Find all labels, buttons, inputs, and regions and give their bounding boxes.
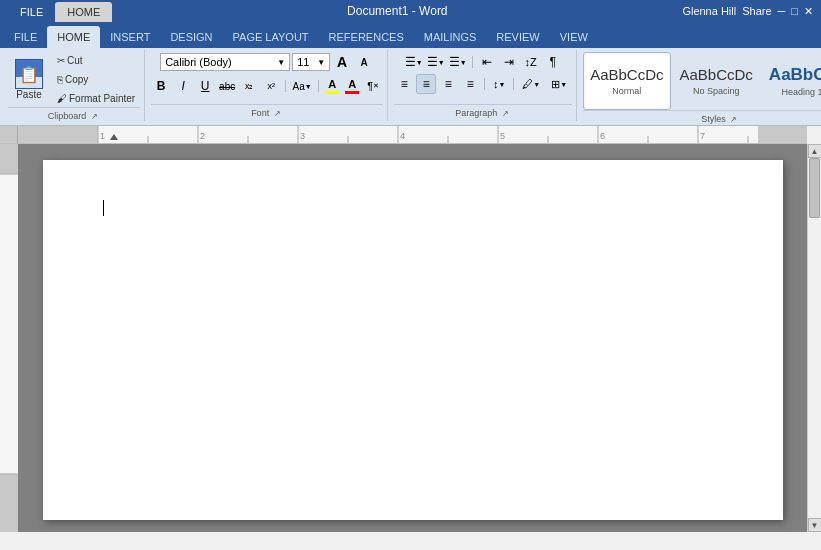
shading-button[interactable]: 🖊▼ <box>518 74 544 94</box>
scrollbar-thumb[interactable] <box>809 158 820 218</box>
ruler-svg: 1 2 3 4 5 6 7 <box>18 126 807 144</box>
scrollbar-track[interactable] <box>808 158 821 518</box>
doc-scroll <box>18 144 807 532</box>
svg-text:5: 5 <box>500 131 505 141</box>
scissors-icon: ✂ <box>57 55 65 66</box>
scroll-down-button[interactable]: ▼ <box>808 518 822 532</box>
underline-button[interactable]: U <box>195 76 215 96</box>
paragraph-group: ☰▼ ☰▼ ☰▼ ⇤ ⇥ ↕Z ¶ ≡ ≡ ≡ ≡ ↕▼ 🖊▼ ⊞▼ <box>390 50 577 121</box>
svg-text:3: 3 <box>300 131 305 141</box>
styles-label: Styles ↗ <box>583 110 821 125</box>
svg-rect-25 <box>0 144 18 174</box>
highlight-color-button[interactable]: A <box>323 76 341 96</box>
tab-view[interactable]: VIEW <box>550 26 598 48</box>
superscript-button[interactable]: x² <box>261 76 281 96</box>
svg-text:1: 1 <box>100 131 105 141</box>
show-marks-button[interactable]: ¶ <box>543 52 563 72</box>
paragraph-content: ☰▼ ☰▼ ☰▼ ⇤ ⇥ ↕Z ¶ ≡ ≡ ≡ ≡ ↕▼ 🖊▼ ⊞▼ <box>394 52 572 104</box>
tab-file[interactable]: FILE <box>4 26 47 48</box>
tab-review[interactable]: REVIEW <box>486 26 549 48</box>
subscript-button[interactable]: x₂ <box>239 76 259 96</box>
bold-button[interactable]: B <box>151 76 171 96</box>
paste-button[interactable]: 📋 Paste <box>8 52 50 107</box>
minimize-btn[interactable]: ─ <box>778 5 786 18</box>
svg-text:6: 6 <box>600 131 605 141</box>
doc-area: ▲ ▼ <box>0 144 821 532</box>
style-heading1-preview: AaBbCc <box>769 65 821 85</box>
shrink-font-button[interactable]: A <box>354 52 374 72</box>
style-normal[interactable]: AaBbCcDc Normal <box>583 52 670 110</box>
grow-font-button[interactable]: A <box>332 52 352 72</box>
tab-insert[interactable]: INSERT <box>100 26 160 48</box>
styles-group: AaBbCcDc Normal AaBbCcDc No Spacing AaBb… <box>579 50 821 121</box>
ruler-content: 1 2 3 4 5 6 7 <box>18 126 807 144</box>
clipboard-group: 📋 Paste ✂ Cut ⎘ Copy 🖌 Format Painter C <box>4 50 145 121</box>
horizontal-ruler: 1 2 3 4 5 6 7 <box>18 126 807 144</box>
svg-rect-1 <box>758 126 807 144</box>
doc-page[interactable] <box>43 160 783 520</box>
borders-button[interactable]: ⊞▼ <box>546 74 572 94</box>
paragraph-expander[interactable]: ↗ <box>499 107 511 119</box>
doc-title: Document1 - Word <box>112 4 682 18</box>
change-case-button[interactable]: Aa▼ <box>290 76 314 96</box>
tab-mailings[interactable]: MAILINGS <box>414 26 487 48</box>
font-size-dropdown[interactable]: 11 ▼ <box>292 53 330 71</box>
font-family-dropdown[interactable]: Calibri (Body) ▼ <box>160 53 290 71</box>
ribbon-tab-bar: FILE HOME INSERT DESIGN PAGE LAYOUT REFE… <box>0 22 821 48</box>
format-painter-icon: 🖌 <box>57 93 67 104</box>
strikethrough-button[interactable]: abc <box>217 76 237 96</box>
user-name: Glenna Hill <box>682 5 736 18</box>
window-controls: Glenna Hill Share ─ □ ✕ <box>682 5 813 18</box>
para-row1: ☰▼ ☰▼ ☰▼ ⇤ ⇥ ↕Z ¶ <box>404 52 563 72</box>
font-expander[interactable]: ↗ <box>271 107 283 119</box>
tab-references[interactable]: REFERENCES <box>319 26 414 48</box>
styles-list: AaBbCcDc Normal AaBbCcDc No Spacing AaBb… <box>583 52 821 110</box>
sort-button[interactable]: ↕Z <box>521 52 541 72</box>
ribbon-toolbar: 📋 Paste ✂ Cut ⎘ Copy 🖌 Format Painter C <box>0 48 821 126</box>
font-row1: Calibri (Body) ▼ 11 ▼ A A <box>160 52 374 72</box>
para-row2: ≡ ≡ ≡ ≡ ↕▼ 🖊▼ ⊞▼ <box>394 74 572 94</box>
numbering-button[interactable]: ☰▼ <box>426 52 446 72</box>
clipboard-sub: ✂ Cut ⎘ Copy 🖌 Format Painter <box>52 52 140 107</box>
scroll-up-button[interactable]: ▲ <box>808 144 822 158</box>
font-row2: B I U abc x₂ x² Aa▼ A A ¶✕ <box>151 76 383 96</box>
tab-home[interactable]: HOME <box>47 26 100 48</box>
italic-button[interactable]: I <box>173 76 193 96</box>
clipboard-content: 📋 Paste ✂ Cut ⎘ Copy 🖌 Format Painter <box>8 52 140 107</box>
vertical-scrollbar: ▲ ▼ <box>807 144 821 532</box>
cut-button[interactable]: ✂ Cut <box>52 52 140 69</box>
svg-rect-0 <box>18 126 98 144</box>
decrease-indent-button[interactable]: ⇤ <box>477 52 497 72</box>
style-normal-preview: AaBbCcDc <box>590 66 663 84</box>
home-tab[interactable]: HOME <box>55 2 112 22</box>
close-btn[interactable]: ✕ <box>804 5 813 18</box>
vertical-ruler-svg <box>0 144 18 532</box>
align-right-button[interactable]: ≡ <box>438 74 458 94</box>
justify-button[interactable]: ≡ <box>460 74 480 94</box>
multilevel-list-button[interactable]: ☰▼ <box>448 52 468 72</box>
title-bar: FILE HOME Document1 - Word Glenna Hill S… <box>0 0 821 22</box>
format-painter-button[interactable]: 🖌 Format Painter <box>52 90 140 107</box>
style-heading1[interactable]: AaBbCc Heading 1 <box>762 52 821 110</box>
style-nospacing-preview: AaBbCcDc <box>680 66 753 84</box>
style-no-spacing[interactable]: AaBbCcDc No Spacing <box>673 52 760 110</box>
tab-design[interactable]: DESIGN <box>160 26 222 48</box>
maximize-btn[interactable]: □ <box>791 5 798 18</box>
paragraph-label: Paragraph ↗ <box>394 104 572 119</box>
copy-button[interactable]: ⎘ Copy <box>52 71 140 88</box>
clear-formatting-button[interactable]: ¶✕ <box>363 76 383 96</box>
font-color-button[interactable]: A <box>343 76 361 96</box>
svg-text:4: 4 <box>400 131 405 141</box>
increase-indent-button[interactable]: ⇥ <box>499 52 519 72</box>
align-left-button[interactable]: ≡ <box>394 74 414 94</box>
share-btn[interactable]: Share <box>742 5 771 18</box>
clipboard-expander[interactable]: ↗ <box>88 110 100 122</box>
tab-page-layout[interactable]: PAGE LAYOUT <box>223 26 319 48</box>
styles-expander[interactable]: ↗ <box>728 113 740 125</box>
bullets-button[interactable]: ☰▼ <box>404 52 424 72</box>
svg-rect-2 <box>98 126 758 144</box>
line-spacing-button[interactable]: ↕▼ <box>489 74 509 94</box>
align-center-button[interactable]: ≡ <box>416 74 436 94</box>
style-heading1-label: Heading 1 <box>781 87 821 97</box>
file-menu-btn[interactable]: FILE <box>8 2 55 22</box>
